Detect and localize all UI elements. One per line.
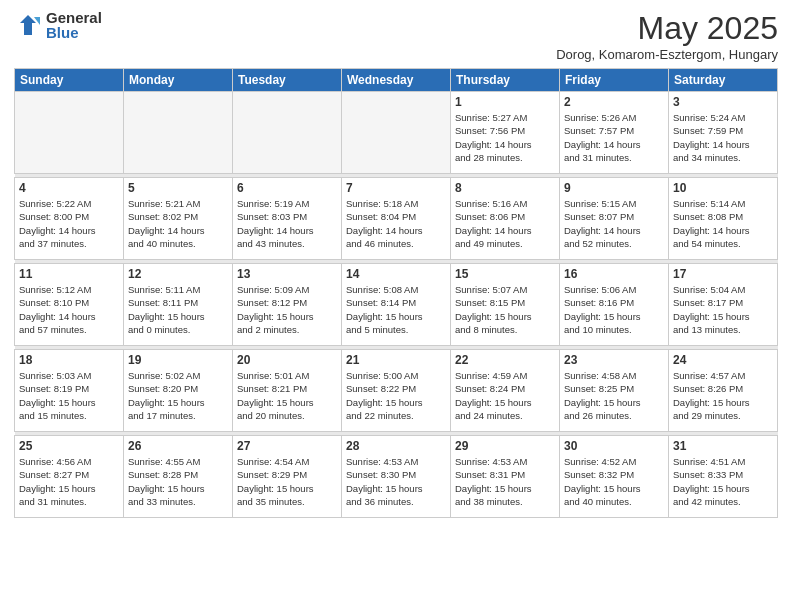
cell-date: 11 (19, 267, 119, 281)
calendar-container: General Blue May 2025 Dorog, Komarom-Esz… (0, 0, 792, 612)
day-header-saturday: Saturday (669, 69, 778, 92)
calendar-cell: 14Sunrise: 5:08 AMSunset: 8:14 PMDayligh… (342, 264, 451, 346)
cell-info: Sunrise: 5:16 AMSunset: 8:06 PMDaylight:… (455, 197, 555, 250)
cell-date: 13 (237, 267, 337, 281)
cell-info: Sunrise: 5:07 AMSunset: 8:15 PMDaylight:… (455, 283, 555, 336)
week-row-2: 4Sunrise: 5:22 AMSunset: 8:00 PMDaylight… (15, 178, 778, 260)
cell-date: 27 (237, 439, 337, 453)
calendar-cell: 27Sunrise: 4:54 AMSunset: 8:29 PMDayligh… (233, 436, 342, 518)
calendar-cell: 1Sunrise: 5:27 AMSunset: 7:56 PMDaylight… (451, 92, 560, 174)
calendar-cell: 9Sunrise: 5:15 AMSunset: 8:07 PMDaylight… (560, 178, 669, 260)
cell-info: Sunrise: 5:18 AMSunset: 8:04 PMDaylight:… (346, 197, 446, 250)
calendar-table: SundayMondayTuesdayWednesdayThursdayFrid… (14, 68, 778, 518)
calendar-cell (233, 92, 342, 174)
calendar-cell (15, 92, 124, 174)
cell-date: 25 (19, 439, 119, 453)
subtitle: Dorog, Komarom-Esztergom, Hungary (556, 47, 778, 62)
month-title: May 2025 (556, 10, 778, 47)
cell-info: Sunrise: 5:19 AMSunset: 8:03 PMDaylight:… (237, 197, 337, 250)
calendar-cell: 10Sunrise: 5:14 AMSunset: 8:08 PMDayligh… (669, 178, 778, 260)
week-row-3: 11Sunrise: 5:12 AMSunset: 8:10 PMDayligh… (15, 264, 778, 346)
cell-date: 19 (128, 353, 228, 367)
logo-blue-text: Blue (46, 25, 102, 40)
cell-info: Sunrise: 5:14 AMSunset: 8:08 PMDaylight:… (673, 197, 773, 250)
cell-date: 17 (673, 267, 773, 281)
cell-date: 4 (19, 181, 119, 195)
cell-info: Sunrise: 5:08 AMSunset: 8:14 PMDaylight:… (346, 283, 446, 336)
cell-date: 28 (346, 439, 446, 453)
calendar-cell: 8Sunrise: 5:16 AMSunset: 8:06 PMDaylight… (451, 178, 560, 260)
cell-date: 1 (455, 95, 555, 109)
calendar-cell: 31Sunrise: 4:51 AMSunset: 8:33 PMDayligh… (669, 436, 778, 518)
cell-date: 22 (455, 353, 555, 367)
calendar-cell: 3Sunrise: 5:24 AMSunset: 7:59 PMDaylight… (669, 92, 778, 174)
calendar-cell (124, 92, 233, 174)
logo-text: General Blue (46, 10, 102, 40)
calendar-cell: 5Sunrise: 5:21 AMSunset: 8:02 PMDaylight… (124, 178, 233, 260)
cell-date: 10 (673, 181, 773, 195)
calendar-cell: 25Sunrise: 4:56 AMSunset: 8:27 PMDayligh… (15, 436, 124, 518)
calendar-cell: 24Sunrise: 4:57 AMSunset: 8:26 PMDayligh… (669, 350, 778, 432)
cell-date: 29 (455, 439, 555, 453)
calendar-cell: 29Sunrise: 4:53 AMSunset: 8:31 PMDayligh… (451, 436, 560, 518)
calendar-cell (342, 92, 451, 174)
calendar-cell: 21Sunrise: 5:00 AMSunset: 8:22 PMDayligh… (342, 350, 451, 432)
cell-date: 2 (564, 95, 664, 109)
cell-info: Sunrise: 5:27 AMSunset: 7:56 PMDaylight:… (455, 111, 555, 164)
cell-info: Sunrise: 4:55 AMSunset: 8:28 PMDaylight:… (128, 455, 228, 508)
calendar-cell: 4Sunrise: 5:22 AMSunset: 8:00 PMDaylight… (15, 178, 124, 260)
cell-info: Sunrise: 5:11 AMSunset: 8:11 PMDaylight:… (128, 283, 228, 336)
cell-info: Sunrise: 4:52 AMSunset: 8:32 PMDaylight:… (564, 455, 664, 508)
cell-date: 31 (673, 439, 773, 453)
cell-info: Sunrise: 4:54 AMSunset: 8:29 PMDaylight:… (237, 455, 337, 508)
cell-info: Sunrise: 5:01 AMSunset: 8:21 PMDaylight:… (237, 369, 337, 422)
calendar-cell: 26Sunrise: 4:55 AMSunset: 8:28 PMDayligh… (124, 436, 233, 518)
cell-info: Sunrise: 5:02 AMSunset: 8:20 PMDaylight:… (128, 369, 228, 422)
cell-info: Sunrise: 5:21 AMSunset: 8:02 PMDaylight:… (128, 197, 228, 250)
cell-date: 15 (455, 267, 555, 281)
week-row-1: 1Sunrise: 5:27 AMSunset: 7:56 PMDaylight… (15, 92, 778, 174)
calendar-cell: 7Sunrise: 5:18 AMSunset: 8:04 PMDaylight… (342, 178, 451, 260)
calendar-cell: 17Sunrise: 5:04 AMSunset: 8:17 PMDayligh… (669, 264, 778, 346)
calendar-cell: 23Sunrise: 4:58 AMSunset: 8:25 PMDayligh… (560, 350, 669, 432)
calendar-cell: 11Sunrise: 5:12 AMSunset: 8:10 PMDayligh… (15, 264, 124, 346)
day-header-friday: Friday (560, 69, 669, 92)
cell-info: Sunrise: 5:12 AMSunset: 8:10 PMDaylight:… (19, 283, 119, 336)
calendar-cell: 2Sunrise: 5:26 AMSunset: 7:57 PMDaylight… (560, 92, 669, 174)
calendar-cell: 30Sunrise: 4:52 AMSunset: 8:32 PMDayligh… (560, 436, 669, 518)
day-header-tuesday: Tuesday (233, 69, 342, 92)
logo: General Blue (14, 10, 102, 40)
cell-date: 20 (237, 353, 337, 367)
calendar-cell: 18Sunrise: 5:03 AMSunset: 8:19 PMDayligh… (15, 350, 124, 432)
calendar-cell: 19Sunrise: 5:02 AMSunset: 8:20 PMDayligh… (124, 350, 233, 432)
svg-marker-0 (20, 15, 36, 35)
week-row-5: 25Sunrise: 4:56 AMSunset: 8:27 PMDayligh… (15, 436, 778, 518)
cell-info: Sunrise: 4:51 AMSunset: 8:33 PMDaylight:… (673, 455, 773, 508)
day-header-monday: Monday (124, 69, 233, 92)
title-area: May 2025 Dorog, Komarom-Esztergom, Hunga… (556, 10, 778, 62)
cell-date: 16 (564, 267, 664, 281)
header-row: SundayMondayTuesdayWednesdayThursdayFrid… (15, 69, 778, 92)
cell-info: Sunrise: 4:57 AMSunset: 8:26 PMDaylight:… (673, 369, 773, 422)
cell-info: Sunrise: 5:09 AMSunset: 8:12 PMDaylight:… (237, 283, 337, 336)
cell-info: Sunrise: 4:59 AMSunset: 8:24 PMDaylight:… (455, 369, 555, 422)
cell-info: Sunrise: 5:04 AMSunset: 8:17 PMDaylight:… (673, 283, 773, 336)
calendar-cell: 20Sunrise: 5:01 AMSunset: 8:21 PMDayligh… (233, 350, 342, 432)
calendar-cell: 15Sunrise: 5:07 AMSunset: 8:15 PMDayligh… (451, 264, 560, 346)
calendar-cell: 28Sunrise: 4:53 AMSunset: 8:30 PMDayligh… (342, 436, 451, 518)
header: General Blue May 2025 Dorog, Komarom-Esz… (14, 10, 778, 62)
calendar-cell: 12Sunrise: 5:11 AMSunset: 8:11 PMDayligh… (124, 264, 233, 346)
cell-info: Sunrise: 5:06 AMSunset: 8:16 PMDaylight:… (564, 283, 664, 336)
cell-info: Sunrise: 5:24 AMSunset: 7:59 PMDaylight:… (673, 111, 773, 164)
cell-info: Sunrise: 5:26 AMSunset: 7:57 PMDaylight:… (564, 111, 664, 164)
cell-info: Sunrise: 5:15 AMSunset: 8:07 PMDaylight:… (564, 197, 664, 250)
cell-date: 23 (564, 353, 664, 367)
cell-info: Sunrise: 4:58 AMSunset: 8:25 PMDaylight:… (564, 369, 664, 422)
cell-date: 9 (564, 181, 664, 195)
cell-info: Sunrise: 5:03 AMSunset: 8:19 PMDaylight:… (19, 369, 119, 422)
cell-date: 14 (346, 267, 446, 281)
calendar-cell: 22Sunrise: 4:59 AMSunset: 8:24 PMDayligh… (451, 350, 560, 432)
day-header-wednesday: Wednesday (342, 69, 451, 92)
calendar-cell: 6Sunrise: 5:19 AMSunset: 8:03 PMDaylight… (233, 178, 342, 260)
cell-info: Sunrise: 4:53 AMSunset: 8:30 PMDaylight:… (346, 455, 446, 508)
